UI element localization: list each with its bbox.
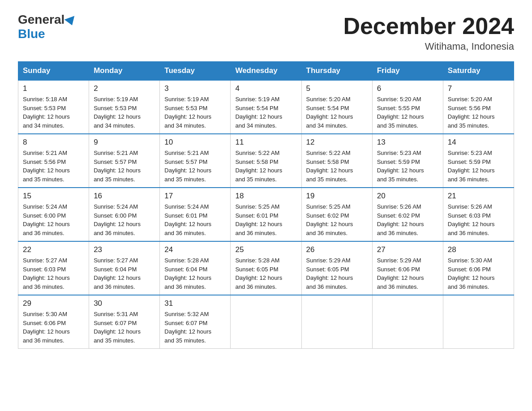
calendar-cell [372,295,443,349]
day-info: Sunrise: 5:30 AMSunset: 6:06 PMDaylight:… [448,256,509,291]
calendar-cell: 20Sunrise: 5:26 AMSunset: 6:02 PMDayligh… [372,188,443,241]
logo-blue-text: Blue [18,27,45,41]
day-info: Sunrise: 5:29 AMSunset: 6:05 PMDaylight:… [306,256,368,291]
calendar-cell: 6Sunrise: 5:20 AMSunset: 5:55 PMDaylight… [372,80,443,134]
calendar-cell: 21Sunrise: 5:26 AMSunset: 6:03 PMDayligh… [443,188,514,241]
calendar-cell: 17Sunrise: 5:24 AMSunset: 6:01 PMDayligh… [160,188,231,241]
day-info: Sunrise: 5:22 AMSunset: 5:58 PMDaylight:… [306,149,368,184]
day-number: 7 [448,84,509,93]
day-info: Sunrise: 5:26 AMSunset: 6:02 PMDaylight:… [377,202,438,237]
calendar-cell: 18Sunrise: 5:25 AMSunset: 6:01 PMDayligh… [231,188,301,241]
header-cell-sunday: Sunday [18,62,89,81]
calendar-cell [231,295,301,349]
calendar-cell: 1Sunrise: 5:18 AMSunset: 5:53 PMDaylight… [18,80,89,134]
day-number: 2 [94,84,155,93]
logo: General Blue [18,13,77,41]
calendar-cell: 31Sunrise: 5:32 AMSunset: 6:07 PMDayligh… [160,295,231,349]
day-info: Sunrise: 5:32 AMSunset: 6:07 PMDaylight:… [164,310,226,345]
day-info: Sunrise: 5:19 AMSunset: 5:53 PMDaylight:… [164,95,226,130]
day-number: 10 [164,138,226,147]
day-number: 1 [23,84,84,93]
day-number: 22 [23,245,84,254]
calendar-cell: 16Sunrise: 5:24 AMSunset: 6:00 PMDayligh… [89,188,160,241]
day-info: Sunrise: 5:29 AMSunset: 6:06 PMDaylight:… [377,256,438,291]
day-number: 31 [164,299,226,308]
calendar-week-1: 1Sunrise: 5:18 AMSunset: 5:53 PMDaylight… [18,80,514,134]
calendar-cell: 22Sunrise: 5:27 AMSunset: 6:03 PMDayligh… [18,241,89,295]
calendar-cell: 28Sunrise: 5:30 AMSunset: 6:06 PMDayligh… [443,241,514,295]
header-cell-wednesday: Wednesday [231,62,301,81]
calendar-table: SundayMondayTuesdayWednesdayThursdayFrid… [18,61,514,349]
calendar-header: SundayMondayTuesdayWednesdayThursdayFrid… [18,62,514,81]
calendar-week-3: 15Sunrise: 5:24 AMSunset: 6:00 PMDayligh… [18,188,514,241]
calendar-cell: 26Sunrise: 5:29 AMSunset: 6:05 PMDayligh… [301,241,372,295]
day-info: Sunrise: 5:24 AMSunset: 6:01 PMDaylight:… [164,202,226,237]
day-info: Sunrise: 5:21 AMSunset: 5:57 PMDaylight:… [94,149,155,184]
calendar-cell: 13Sunrise: 5:23 AMSunset: 5:59 PMDayligh… [372,134,443,188]
calendar-cell: 25Sunrise: 5:28 AMSunset: 6:05 PMDayligh… [231,241,301,295]
header-cell-tuesday: Tuesday [160,62,231,81]
day-info: Sunrise: 5:28 AMSunset: 6:05 PMDaylight:… [235,256,296,291]
day-number: 30 [94,299,155,308]
day-number: 13 [377,138,438,147]
calendar-cell: 9Sunrise: 5:21 AMSunset: 5:57 PMDaylight… [89,134,160,188]
calendar-week-5: 29Sunrise: 5:30 AMSunset: 6:06 PMDayligh… [18,295,514,349]
day-info: Sunrise: 5:22 AMSunset: 5:58 PMDaylight:… [235,149,296,184]
calendar-cell: 14Sunrise: 5:23 AMSunset: 5:59 PMDayligh… [443,134,514,188]
month-title: December 2024 [343,13,514,39]
day-number: 23 [94,245,155,254]
day-number: 14 [448,138,509,147]
day-number: 17 [164,192,226,201]
calendar-cell: 30Sunrise: 5:31 AMSunset: 6:07 PMDayligh… [89,295,160,349]
day-info: Sunrise: 5:27 AMSunset: 6:04 PMDaylight:… [94,256,155,291]
header-cell-friday: Friday [372,62,443,81]
day-info: Sunrise: 5:18 AMSunset: 5:53 PMDaylight:… [23,95,84,130]
day-info: Sunrise: 5:20 AMSunset: 5:56 PMDaylight:… [448,95,509,130]
day-info: Sunrise: 5:23 AMSunset: 5:59 PMDaylight:… [448,149,509,184]
day-number: 8 [23,138,84,147]
calendar-week-4: 22Sunrise: 5:27 AMSunset: 6:03 PMDayligh… [18,241,514,295]
logo-general-text: General [18,13,64,26]
logo-arrow-icon [64,16,77,27]
calendar-cell: 7Sunrise: 5:20 AMSunset: 5:56 PMDaylight… [443,80,514,134]
day-info: Sunrise: 5:27 AMSunset: 6:03 PMDaylight:… [23,256,84,291]
header-cell-thursday: Thursday [301,62,372,81]
calendar-body: 1Sunrise: 5:18 AMSunset: 5:53 PMDaylight… [18,80,514,349]
location: Witihama, Indonesia [343,41,514,52]
day-info: Sunrise: 5:25 AMSunset: 6:01 PMDaylight:… [235,202,296,237]
day-info: Sunrise: 5:30 AMSunset: 6:06 PMDaylight:… [23,310,84,345]
header-cell-monday: Monday [89,62,160,81]
calendar-week-2: 8Sunrise: 5:21 AMSunset: 5:56 PMDaylight… [18,134,514,188]
day-number: 6 [377,84,438,93]
page-header: General Blue December 2024 Witihama, Ind… [18,13,514,52]
day-number: 12 [306,138,368,147]
calendar-cell: 24Sunrise: 5:28 AMSunset: 6:04 PMDayligh… [160,241,231,295]
calendar-cell [443,295,514,349]
day-info: Sunrise: 5:24 AMSunset: 6:00 PMDaylight:… [23,202,84,237]
calendar-cell: 12Sunrise: 5:22 AMSunset: 5:58 PMDayligh… [301,134,372,188]
day-number: 21 [448,192,509,201]
day-info: Sunrise: 5:31 AMSunset: 6:07 PMDaylight:… [94,310,155,345]
day-info: Sunrise: 5:26 AMSunset: 6:03 PMDaylight:… [448,202,509,237]
day-info: Sunrise: 5:23 AMSunset: 5:59 PMDaylight:… [377,149,438,184]
day-info: Sunrise: 5:25 AMSunset: 6:02 PMDaylight:… [306,202,368,237]
calendar-cell: 8Sunrise: 5:21 AMSunset: 5:56 PMDaylight… [18,134,89,188]
calendar-cell: 3Sunrise: 5:19 AMSunset: 5:53 PMDaylight… [160,80,231,134]
day-info: Sunrise: 5:21 AMSunset: 5:56 PMDaylight:… [23,149,84,184]
day-info: Sunrise: 5:21 AMSunset: 5:57 PMDaylight:… [164,149,226,184]
day-info: Sunrise: 5:19 AMSunset: 5:54 PMDaylight:… [235,95,296,130]
calendar-cell: 2Sunrise: 5:19 AMSunset: 5:53 PMDaylight… [89,80,160,134]
day-number: 9 [94,138,155,147]
day-number: 28 [448,245,509,254]
calendar-cell: 23Sunrise: 5:27 AMSunset: 6:04 PMDayligh… [89,241,160,295]
calendar-cell: 4Sunrise: 5:19 AMSunset: 5:54 PMDaylight… [231,80,301,134]
calendar-cell: 27Sunrise: 5:29 AMSunset: 6:06 PMDayligh… [372,241,443,295]
day-number: 20 [377,192,438,201]
day-number: 15 [23,192,84,201]
day-number: 11 [235,138,296,147]
day-number: 3 [164,84,226,93]
calendar-cell: 29Sunrise: 5:30 AMSunset: 6:06 PMDayligh… [18,295,89,349]
day-number: 25 [235,245,296,254]
day-info: Sunrise: 5:20 AMSunset: 5:54 PMDaylight:… [306,95,368,130]
day-number: 19 [306,192,368,201]
